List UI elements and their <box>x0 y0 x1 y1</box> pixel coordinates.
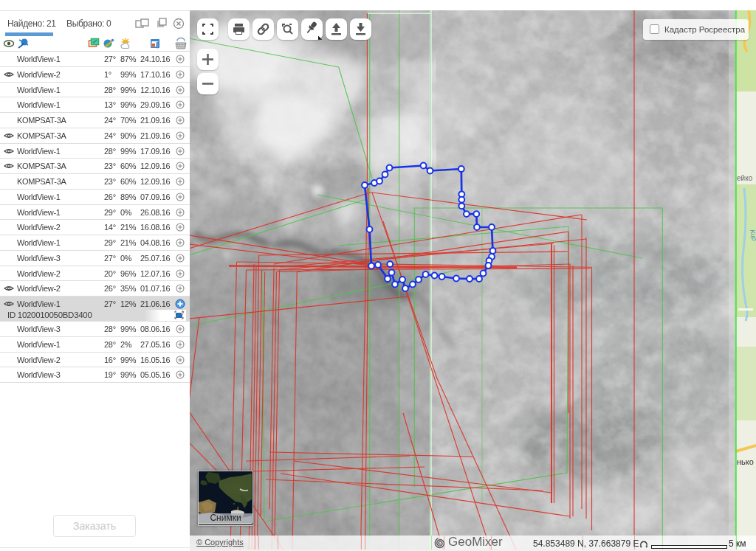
svg-text:нько: нько <box>737 457 754 466</box>
svg-text:ейко: ейко <box>737 174 753 182</box>
